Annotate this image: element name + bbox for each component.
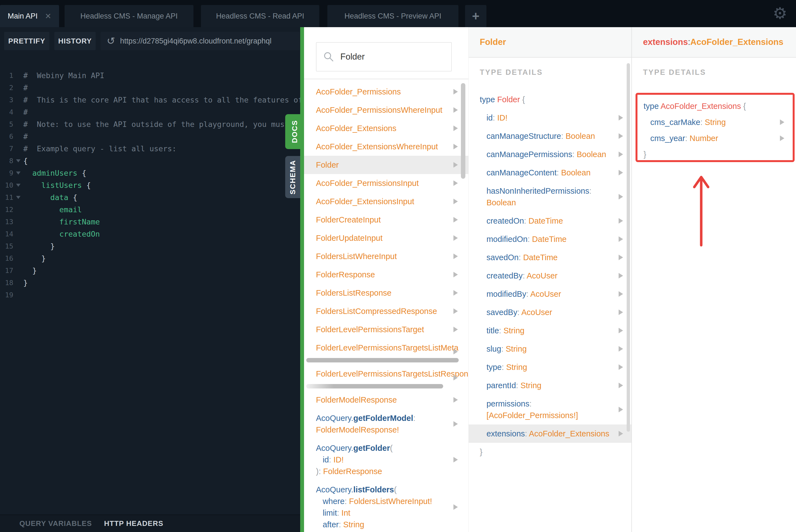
- type-field-row[interactable]: createdBy: AcoUser: [469, 267, 631, 285]
- http-headers-tab[interactable]: HTTP HEADERS: [104, 519, 164, 528]
- docs-list-item[interactable]: AcoQuery.getFolder( id: ID!): FolderResp…: [304, 439, 468, 480]
- add-tab-button[interactable]: +: [465, 5, 487, 27]
- code-line[interactable]: 7# Example query - list all users:: [0, 142, 300, 155]
- type-field-row[interactable]: title: String: [469, 321, 631, 340]
- code-line[interactable]: 19: [0, 289, 300, 301]
- type-field-row[interactable]: }: [469, 443, 631, 461]
- docs-list-item[interactable]: Folder: [304, 156, 468, 174]
- docs-list-item[interactable]: AcoFolder_Permissions: [304, 82, 468, 101]
- close-tab-icon[interactable]: ✕: [45, 12, 51, 21]
- type-field-row[interactable]: canManagePermissions: Boolean: [469, 145, 631, 164]
- type-field-row[interactable]: type Folder {: [469, 90, 631, 109]
- code-line[interactable]: 11 data {: [0, 191, 300, 203]
- docs-side-tab[interactable]: DOCS: [285, 114, 304, 149]
- type-panel-scrollbar[interactable]: [627, 63, 630, 432]
- extension-field-row[interactable]: cms_year: Number: [638, 130, 793, 146]
- code-line[interactable]: 4#: [0, 106, 300, 118]
- expand-arrow-icon[interactable]: [619, 255, 623, 260]
- horizontal-scrollbar[interactable]: [306, 384, 443, 388]
- docs-list-item[interactable]: AcoQuery.getFolderModel:FolderModelRespo…: [304, 409, 468, 439]
- pane-resize-handle[interactable]: [300, 27, 304, 532]
- expand-arrow-icon[interactable]: [453, 144, 458, 149]
- fold-caret-icon[interactable]: [13, 184, 23, 187]
- expand-arrow-icon[interactable]: [453, 397, 458, 403]
- tab-headless-cms-manage-api[interactable]: Headless CMS - Manage API: [64, 5, 193, 27]
- expand-arrow-icon[interactable]: [453, 126, 458, 131]
- docs-list-item[interactable]: FolderCreateInput: [304, 211, 468, 229]
- docs-list-item[interactable]: AcoFolder_Extensions: [304, 119, 468, 137]
- type-field-row[interactable]: createdOn: DateTime: [469, 212, 631, 230]
- docs-list-item[interactable]: AcoFolder_PermissionsWhereInput: [304, 101, 468, 119]
- tab-headless-cms-read-api[interactable]: Headless CMS - Read API: [201, 5, 319, 27]
- expand-arrow-icon[interactable]: [453, 457, 458, 462]
- code-line[interactable]: 1# Webiny Main API: [0, 69, 300, 81]
- docs-list-item[interactable]: FolderLevelPermissionsTargetsListRespons…: [304, 365, 468, 391]
- query-variables-tab[interactable]: QUERY VARIABLES: [19, 519, 92, 528]
- code-line[interactable]: 14 createdOn: [0, 228, 300, 240]
- expand-arrow-icon[interactable]: [453, 199, 458, 204]
- fold-caret-icon[interactable]: [13, 172, 23, 174]
- expand-arrow-icon[interactable]: [453, 217, 458, 223]
- docs-vertical-scrollbar[interactable]: [461, 83, 465, 179]
- expand-arrow-icon[interactable]: [619, 291, 623, 297]
- docs-list-item[interactable]: FoldersListCompressedResponse: [304, 302, 468, 320]
- code-line[interactable]: 8{: [0, 155, 300, 167]
- docs-search-input[interactable]: [340, 52, 444, 62]
- type-field-row[interactable]: modifiedOn: DateTime: [469, 230, 631, 248]
- expand-arrow-icon[interactable]: [619, 364, 623, 370]
- schema-side-tab[interactable]: SCHEMA: [285, 156, 300, 198]
- code-line[interactable]: 9 adminUsers {: [0, 167, 300, 179]
- expand-arrow-icon[interactable]: [619, 346, 623, 352]
- type-field-row[interactable]: canManageStructure: Boolean: [469, 127, 631, 145]
- expand-arrow-icon[interactable]: [780, 135, 784, 141]
- code-line[interactable]: 3# This is the core API that has access …: [0, 94, 300, 106]
- code-editor[interactable]: 1# Webiny Main API2#3# This is the core …: [0, 55, 300, 515]
- expand-arrow-icon[interactable]: [619, 309, 623, 315]
- type-field-row[interactable]: hasNonInheritedPermissions: Boolean: [469, 182, 631, 212]
- expand-arrow-icon[interactable]: [453, 107, 458, 113]
- expand-arrow-icon[interactable]: [619, 431, 623, 436]
- expand-arrow-icon[interactable]: [619, 236, 623, 242]
- code-line[interactable]: 6#: [0, 130, 300, 142]
- docs-list-item[interactable]: FolderLevelPermissionsTargetsListMeta: [304, 339, 468, 365]
- type-field-row[interactable]: savedBy: AcoUser: [469, 303, 631, 321]
- settings-gear-icon[interactable]: ⚙: [773, 2, 787, 24]
- expand-arrow-icon[interactable]: [453, 375, 458, 380]
- docs-list-item[interactable]: AcoQuery.listFolders( where: FoldersList…: [304, 480, 468, 532]
- fold-caret-icon[interactable]: [13, 159, 23, 163]
- docs-list-item[interactable]: FoldersListResponse: [304, 284, 468, 302]
- extension-field-row[interactable]: type AcoFolder_Extensions {: [638, 98, 793, 114]
- expand-arrow-icon[interactable]: [453, 272, 458, 277]
- expand-arrow-icon[interactable]: [453, 162, 458, 168]
- type-field-row[interactable]: parentId: String: [469, 376, 631, 395]
- expand-arrow-icon[interactable]: [619, 194, 623, 200]
- extension-field-row[interactable]: cms_carMake: String: [638, 114, 793, 130]
- expand-arrow-icon[interactable]: [780, 119, 784, 125]
- history-button[interactable]: HISTORY: [54, 32, 96, 50]
- type-field-row[interactable]: slug: String: [469, 340, 631, 358]
- extension-field-row[interactable]: }: [638, 146, 793, 163]
- expand-arrow-icon[interactable]: [619, 115, 623, 120]
- expand-arrow-icon[interactable]: [453, 504, 458, 510]
- horizontal-scrollbar[interactable]: [306, 358, 459, 362]
- docs-list-item[interactable]: AcoFolder_ExtensionsWhereInput: [304, 137, 468, 156]
- expand-arrow-icon[interactable]: [619, 328, 623, 333]
- expand-arrow-icon[interactable]: [453, 290, 458, 296]
- expand-arrow-icon[interactable]: [619, 383, 623, 388]
- docs-list-item[interactable]: AcoFolder_PermissionsInput: [304, 174, 468, 192]
- fold-caret-icon[interactable]: [13, 196, 23, 199]
- expand-arrow-icon[interactable]: [453, 327, 458, 332]
- type-field-row[interactable]: extensions: AcoFolder_Extensions: [469, 424, 631, 443]
- refresh-icon[interactable]: ↺: [107, 35, 115, 47]
- docs-list-item[interactable]: FoldersListWhereInput: [304, 247, 468, 265]
- type-field-row[interactable]: modifiedBy: AcoUser: [469, 285, 631, 303]
- code-line[interactable]: 13 firstName: [0, 215, 300, 228]
- expand-arrow-icon[interactable]: [453, 349, 458, 355]
- code-line[interactable]: 16 }: [0, 252, 300, 264]
- type-field-row[interactable]: id: ID!: [469, 109, 631, 127]
- code-line[interactable]: 10 listUsers {: [0, 179, 300, 191]
- code-line[interactable]: 12 email: [0, 203, 300, 215]
- expand-arrow-icon[interactable]: [453, 89, 458, 94]
- expand-arrow-icon[interactable]: [453, 308, 458, 314]
- docs-list-item[interactable]: FolderLevelPermissionsTarget: [304, 320, 468, 339]
